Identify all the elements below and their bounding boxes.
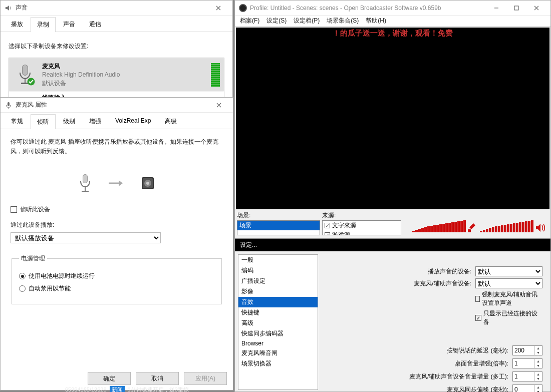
sources-listbox[interactable]: ✓ 文字來源 ✓ 游戏源 — [322, 220, 401, 235]
settings-item-scene-switcher[interactable]: 场景切换器 — [238, 358, 318, 369]
mic-titlebar[interactable]: 麦克风 属性 — [1, 98, 233, 113]
close-icon[interactable] — [208, 1, 228, 15]
spin-down-icon[interactable]: ▼ — [534, 376, 542, 381]
minimize-icon[interactable] — [486, 1, 506, 15]
checkbox-icon[interactable]: ✓ — [325, 232, 330, 235]
settings-item-hotkeys[interactable]: 快捷键 — [238, 307, 318, 318]
mic-gain-spinner[interactable]: ▲▼ — [512, 371, 542, 381]
mic-body: 你可以通过此 麦克风 插座收听便携音乐播放器或其他设备。如果连接一个麦克风，则可… — [1, 129, 233, 312]
force-mono-row[interactable]: 强制麦克风/辅助音讯设置单声道 — [475, 290, 542, 307]
listen-checkbox-row[interactable]: 侦听此设备 — [11, 205, 223, 214]
checkbox-icon[interactable] — [11, 206, 17, 213]
maximize-icon[interactable] — [506, 1, 526, 15]
tab-communications[interactable]: 通信 — [83, 17, 108, 32]
tab-playback[interactable]: 播放 — [5, 17, 30, 32]
settings-item-browser[interactable]: Browser — [238, 339, 318, 348]
source-item[interactable]: ✓ 文字來源 — [323, 221, 401, 230]
power-opt2-label: 自动禁用以节能 — [29, 284, 71, 293]
settings-item-encoding[interactable]: 编码 — [238, 265, 318, 276]
cancel-button[interactable]: 取消 — [136, 372, 179, 385]
desktop-gain-input[interactable] — [513, 359, 534, 368]
ptt-delay-input[interactable] — [513, 346, 534, 355]
ptt-delay-spinner[interactable]: ▲▼ — [512, 345, 542, 355]
mic-sync-input[interactable] — [513, 385, 534, 392]
sound-titlebar[interactable]: 声音 — [1, 1, 232, 16]
scene-item[interactable]: 场景 — [237, 221, 320, 230]
spin-up-icon[interactable]: ▲ — [534, 372, 542, 376]
menu-settings[interactable]: 设定(S) — [266, 17, 287, 25]
svg-rect-15 — [514, 6, 518, 10]
spin-down-icon[interactable]: ▼ — [534, 363, 542, 368]
settings-categories[interactable]: 一般 编码 广播设定 影像 音效 快捷键 高级 快速同步编码器 Browser … — [238, 254, 318, 390]
settings-item-noise-gate[interactable]: 麦克风噪音闸 — [238, 348, 318, 358]
device-row[interactable]: 麦克风 Realtek High Definition Audio 默认设备 — [9, 58, 224, 92]
desktop-mixer[interactable] — [480, 220, 545, 232]
level-bars — [412, 220, 466, 232]
settings-item-video[interactable]: 影像 — [238, 286, 318, 297]
desktop-gain-spinner[interactable]: ▲▼ — [512, 358, 542, 368]
checkbox-icon[interactable] — [475, 296, 480, 302]
sources-label: 来源: — [322, 211, 401, 220]
settings-titlebar[interactable]: 设定... — [235, 239, 550, 251]
preview-text-overlay: ！的瓜子送一送，谢谢，观看！免费 — [333, 29, 453, 38]
svg-point-14 — [146, 182, 149, 185]
close-icon[interactable] — [526, 1, 546, 15]
tab-sounds[interactable]: 声音 — [57, 17, 82, 32]
power-legend: 电源管理 — [19, 254, 47, 263]
mic-sync-spinner[interactable]: ▲▼ — [512, 384, 542, 392]
source-item[interactable]: ✓ 游戏源 — [323, 230, 401, 235]
scenes-listbox[interactable]: 场景 — [237, 220, 320, 235]
spin-up-icon[interactable]: ▲ — [534, 385, 542, 389]
spin-down-icon[interactable]: ▼ — [534, 350, 542, 355]
source-label: 游戏源 — [332, 231, 350, 235]
power-option-continue[interactable]: 使用电池电源时继续运行 — [19, 272, 214, 280]
settings-item-general[interactable]: 一般 — [238, 255, 318, 265]
recording-devices-list[interactable]: 麦克风 Realtek High Definition Audio 默认设备 线… — [9, 58, 224, 103]
microphone-icon[interactable] — [468, 222, 476, 232]
tab-listen[interactable]: 侦听 — [31, 114, 56, 129]
ok-button[interactable]: 确定 — [88, 372, 131, 385]
settings-item-broadcast[interactable]: 广播设定 — [238, 276, 318, 286]
listen-checkbox-label: 侦听此设备 — [20, 205, 50, 214]
power-option-disable[interactable]: 自动禁用以节能 — [19, 284, 214, 293]
only-connected-row[interactable]: ✓ 只显示已经连接的设备 — [475, 309, 542, 326]
close-icon[interactable] — [209, 98, 229, 112]
checkbox-icon[interactable]: ✓ — [325, 223, 330, 228]
mic-gain-label: 麦克风/辅助声音设备音量增量 (多工): — [325, 372, 512, 381]
news-badge[interactable]: 新闻 — [110, 386, 125, 393]
speaker-icon[interactable] — [535, 223, 545, 232]
listen-description: 你可以通过此 麦克风 插座收听便携音乐播放器或其他设备。如果连接一个麦克风，则可… — [11, 137, 223, 156]
menu-profiles[interactable]: 设定档(P) — [294, 17, 320, 25]
check-badge-icon — [27, 78, 35, 86]
spin-up-icon[interactable]: ▲ — [534, 346, 542, 350]
menu-scene-collection[interactable]: 场景集合(S) — [327, 17, 359, 25]
spin-down-icon[interactable]: ▼ — [534, 389, 542, 392]
source-label: 文字來源 — [332, 221, 356, 230]
playback-device-select[interactable]: 默认 — [475, 266, 542, 276]
settings-item-audio[interactable]: 音效 — [238, 297, 318, 307]
speaker-device-icon — [140, 175, 156, 191]
settings-item-advanced[interactable]: 高级 — [238, 318, 318, 328]
tab-general[interactable]: 常规 — [5, 114, 30, 129]
spin-up-icon[interactable]: ▲ — [534, 359, 542, 363]
device-status: 默认设备 — [42, 79, 207, 88]
radio-icon[interactable] — [19, 273, 26, 279]
tab-voizreal[interactable]: VoizReal Exp — [109, 114, 157, 129]
mic-mixer[interactable] — [412, 220, 476, 232]
obs-titlebar[interactable]: Profile: Untitled - Scenes: scenes - Ope… — [235, 1, 550, 16]
svg-rect-2 — [25, 79, 26, 83]
checkbox-icon[interactable]: ✓ — [475, 315, 481, 321]
tab-levels[interactable]: 级别 — [57, 114, 82, 129]
radio-icon[interactable] — [19, 285, 26, 292]
mic-gain-input[interactable] — [513, 372, 534, 381]
tab-recording[interactable]: 录制 — [31, 17, 56, 32]
menu-file[interactable]: 档案(F) — [240, 17, 259, 25]
mic-device-select[interactable]: 默认 — [475, 278, 542, 288]
settings-item-qsv[interactable]: 快速同步编码器 — [238, 328, 318, 339]
tab-enhance[interactable]: 增强 — [83, 114, 108, 129]
apply-button[interactable]: 应用(A) — [184, 372, 227, 385]
tab-advanced[interactable]: 高级 — [158, 114, 183, 129]
obs-preview[interactable]: ！的瓜子送一送，谢谢，观看！免费 — [236, 28, 549, 209]
menu-help[interactable]: 帮助(H) — [366, 17, 386, 25]
playthrough-select[interactable]: 默认播放设备 — [11, 232, 161, 243]
